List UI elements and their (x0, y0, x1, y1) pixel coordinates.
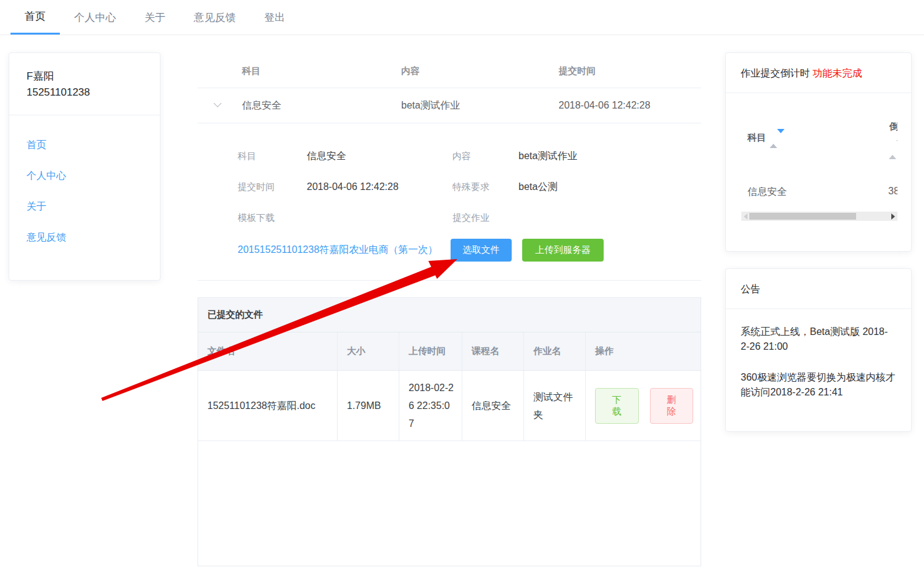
col-file-name: 文件名 (198, 332, 338, 370)
submitted-files-panel: 已提交的文件 文件名 大小 上传时间 课程名 作业名 操作 1525110123… (198, 297, 701, 566)
nav-item-profile[interactable]: 个人中心 (60, 0, 130, 35)
sidebar-link-profile[interactable]: 个人中心 (27, 170, 66, 183)
sidebar-item-profile[interactable]: 个人中心 (9, 160, 160, 191)
nav-item-feedback[interactable]: 意见反馈 (180, 0, 250, 35)
user-info: F嘉阳 15251101238 (9, 53, 160, 115)
assignment-time: 2018-04-06 12:42:28 (559, 100, 701, 111)
col-file-size: 大小 (338, 332, 399, 370)
upload-to-server-button[interactable]: 上传到服务器 (522, 239, 604, 262)
col-content: 内容 (401, 65, 559, 77)
detail-template-label: 模板下载 (238, 212, 307, 224)
file-size: 1.79MB (338, 371, 399, 440)
detail-subject-value: 信息安全 (307, 150, 452, 163)
user-student-id: 15251101238 (27, 85, 143, 101)
countdown-title: 作业提交倒计时 功能未完成 (726, 53, 911, 93)
scrollbar-thumb[interactable] (749, 213, 856, 220)
files-table-header: 文件名 大小 上传时间 课程名 作业名 操作 (198, 332, 701, 371)
sidebar-link-feedback[interactable]: 意见反馈 (27, 231, 66, 244)
countdown-panel: 作业提交倒计时 功能未完成 科目 倒计时 信息安全 38 (725, 52, 912, 252)
nav-item-home[interactable]: 首页 (10, 0, 60, 35)
announcement-item: 系统正式上线，Beta测试版 2018-2-26 21:00 (741, 324, 896, 354)
detail-subject-label: 科目 (238, 151, 307, 162)
file-name: 15251101238符嘉阳.doc (198, 371, 338, 440)
sidebar-menu: 首页 个人中心 关于 意见反馈 (9, 115, 160, 253)
assignment-row[interactable]: 信息安全 beta测试作业 2018-04-06 12:42:28 (198, 88, 701, 123)
nav-item-logout[interactable]: 登出 (250, 0, 299, 35)
download-button[interactable]: 下载 (595, 388, 639, 424)
horizontal-scrollbar[interactable] (741, 212, 897, 221)
col-course-name: 课程名 (462, 332, 524, 370)
sort-icon[interactable] (889, 144, 897, 155)
nav-item-about[interactable]: 关于 (130, 0, 180, 35)
sidebar-item-home[interactable]: 首页 (9, 130, 160, 160)
choose-file-button[interactable]: 选取文件 (451, 239, 512, 262)
sidebar-item-about[interactable]: 关于 (9, 191, 160, 222)
detail-time-value: 2018-04-06 12:42:28 (307, 181, 452, 192)
announcements-body: 系统正式上线，Beta测试版 2018-2-26 21:00 360极速浏览器要… (726, 309, 911, 400)
detail-requirement-label: 特殊要求 (452, 181, 518, 193)
sidebar-link-home[interactable]: 首页 (27, 139, 46, 152)
announcements-panel: 公告 系统正式上线，Beta测试版 2018-2-26 21:00 360极速浏… (725, 268, 912, 432)
page: 首页 个人中心 关于 意见反馈 登出 F嘉阳 15251101238 首页 个人… (0, 0, 924, 570)
user-sidebar: F嘉阳 15251101238 首页 个人中心 关于 意见反馈 (9, 52, 160, 281)
sidebar-item-feedback[interactable]: 意见反馈 (9, 222, 160, 253)
countdown-title-text: 作业提交倒计时 (741, 68, 810, 78)
delete-button[interactable]: 删除 (650, 388, 694, 424)
col-actions: 操作 (586, 332, 701, 370)
countdown-col-countdown[interactable]: 倒计时 (889, 121, 897, 133)
assignment-subject: 信息安全 (242, 99, 401, 112)
assignment-table-header: 科目 内容 提交时间 (198, 54, 701, 88)
col-upload-time: 上传时间 (399, 332, 462, 370)
countdown-row-value: 38 (888, 186, 897, 197)
file-course: 信息安全 (462, 371, 524, 440)
scroll-right-icon[interactable] (891, 213, 895, 220)
assignment-content: beta测试作业 (401, 99, 559, 112)
file-upload-time: 2018-02-26 22:35:07 (399, 371, 462, 440)
detail-time-label: 提交时间 (238, 181, 307, 193)
sort-icon[interactable] (770, 133, 785, 144)
detail-content-value: beta测试作业 (518, 150, 701, 163)
detail-submit-label: 提交作业 (452, 212, 518, 224)
countdown-status: 功能未完成 (812, 68, 862, 78)
template-download-link[interactable]: 201515251101238符嘉阳农业电商（第一次） (238, 244, 451, 257)
col-assignment-name: 作业名 (524, 332, 586, 370)
sidebar-link-about[interactable]: 关于 (27, 200, 46, 213)
col-submit-time: 提交时间 (559, 65, 701, 77)
file-assignment: 测试文件夹 (524, 371, 586, 440)
assignment-detail: 科目 信息安全 内容 beta测试作业 提交时间 2018-04-06 12:4… (198, 123, 701, 281)
countdown-table: 科目 倒计时 信息安全 38 (726, 93, 911, 247)
detail-requirement-value: beta公测 (518, 181, 701, 194)
scroll-left-icon[interactable] (744, 213, 747, 220)
announcement-item: 360极速浏览器要切换为极速内核才能访问2018-2-26 21:41 (741, 370, 896, 400)
col-subject: 科目 (242, 65, 401, 77)
assignment-section: 科目 内容 提交时间 信息安全 beta测试作业 2018-04-06 12:4… (198, 54, 701, 281)
announcements-title: 公告 (726, 269, 911, 309)
countdown-col-subject[interactable]: 科目 (747, 132, 785, 144)
file-row: 15251101238符嘉阳.doc 1.79MB 2018-02-26 22:… (198, 371, 701, 441)
detail-content-label: 内容 (452, 151, 518, 162)
countdown-row-subject: 信息安全 (747, 186, 787, 199)
top-navigation: 首页 个人中心 关于 意见反馈 登出 (0, 0, 924, 35)
submitted-files-title: 已提交的文件 (198, 298, 701, 332)
user-name: F嘉阳 (27, 68, 143, 85)
